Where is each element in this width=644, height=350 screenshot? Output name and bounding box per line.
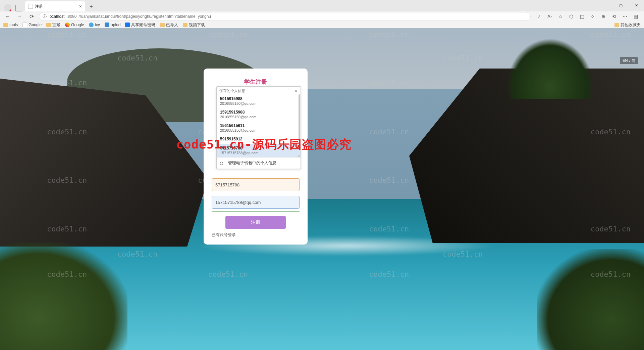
panel-icon[interactable]: ▤ xyxy=(633,13,639,19)
autofill-close-icon[interactable]: ✕ xyxy=(294,88,298,93)
autofill-manage-link[interactable]: 管理电子钱包中的个人信息 xyxy=(217,157,301,169)
site-info-icon[interactable]: ⓘ xyxy=(43,14,47,19)
bookmark-video[interactable]: 视频下载 xyxy=(183,22,205,28)
bookmark-imported[interactable]: 已导入 xyxy=(160,22,178,28)
bookmark-tools[interactable]: tools xyxy=(3,23,18,27)
bookmark-txy[interactable]: txy xyxy=(89,23,100,27)
back-button[interactable]: ← xyxy=(3,12,12,21)
autofill-item[interactable]: 15915915988 2016855150@qq.com xyxy=(217,108,301,121)
autofill-item-selected[interactable]: 5715715788 15715715788@qq.com xyxy=(217,144,301,157)
wallet-key-icon xyxy=(220,161,225,165)
menu-icon[interactable]: ⋯ xyxy=(622,13,628,19)
bookmark-shared[interactable]: 共享账号密码 xyxy=(125,22,155,28)
divider xyxy=(212,211,300,212)
login-link[interactable]: 已有账号登录 xyxy=(212,232,300,238)
profile-avatar-icon[interactable] xyxy=(4,4,11,11)
url-path: /ruanjiankaifatuandui/front/pages/yonghu… xyxy=(78,14,211,19)
autofill-dropdown: 保存的个人信息 ✕ 5915915988 2016855150@qq.com 1… xyxy=(216,86,301,169)
reader-icon[interactable]: ⤢ xyxy=(536,13,542,19)
card-title: 学生注册 xyxy=(212,78,300,86)
bookmarks-bar: tools Google 宝藏 Google txy uplod 共享账号密码 … xyxy=(0,21,644,28)
url-input[interactable]: ⓘ localhost:8080/ruanjiankaifatuandui/fr… xyxy=(39,12,531,21)
background-image xyxy=(0,28,644,350)
tab-close-icon[interactable]: × xyxy=(79,4,82,9)
bookmark-other[interactable]: 其他收藏夹 xyxy=(614,22,641,28)
email-field[interactable]: 15715715788@qq.com xyxy=(212,196,300,209)
sidebar-icon[interactable]: ◫ xyxy=(579,13,585,19)
address-bar: ← → ⟳ ⓘ localhost:8080/ruanjiankaifatuan… xyxy=(0,11,644,21)
autofill-header: 保存的个人信息 xyxy=(219,88,245,93)
cursor-icon: ↖ xyxy=(221,146,225,151)
favorite-icon[interactable]: ☆ xyxy=(557,13,564,19)
tab-title: 注册 xyxy=(35,4,43,9)
window-maximize-button[interactable]: ▢ xyxy=(613,0,629,11)
bookmark-google2[interactable]: Google xyxy=(65,23,84,27)
bookmark-google[interactable]: Google xyxy=(22,23,42,27)
text-size-icon[interactable]: A» xyxy=(547,13,553,19)
browser-chrome: 注册 × + — ▢ ✕ ← → ⟳ ⓘ localhost:8080/ruan… xyxy=(0,0,644,28)
browser-tab[interactable]: 注册 × xyxy=(25,1,85,11)
window-minimize-button[interactable]: — xyxy=(598,0,613,11)
url-host: localhost xyxy=(49,14,64,19)
page-content: code51.cn code51.cn code51.cn code51.cn … xyxy=(0,28,644,350)
new-tab-button[interactable]: + xyxy=(87,2,96,11)
url-port: :8080 xyxy=(66,14,76,19)
sync-icon[interactable]: ⟲ xyxy=(611,13,617,19)
autofill-item[interactable]: 5915915912 xyxy=(217,135,301,144)
refresh-button[interactable]: ⟳ xyxy=(27,12,36,21)
ime-indicator[interactable]: EN ♪ 简 xyxy=(620,57,638,64)
autofill-item[interactable]: 5915915988 2016855150@qq.com xyxy=(217,94,301,108)
phone-field[interactable]: 5715715788 xyxy=(212,178,300,191)
autofill-item[interactable]: 15615615611 2016855150@qq.com xyxy=(217,121,301,135)
bookmark-uplod[interactable]: uplod xyxy=(105,23,120,27)
tab-bar: 注册 × + — ▢ ✕ xyxy=(0,0,644,11)
extensions-icon[interactable]: ⬡ xyxy=(568,13,574,19)
bookmark-treasure[interactable]: 宝藏 xyxy=(46,22,60,28)
tab-favicon-icon xyxy=(28,4,33,9)
autofill-scrollbar[interactable]: ▴ ▾ xyxy=(298,94,300,157)
downloads-icon[interactable]: ⊕ xyxy=(600,13,606,19)
window-controls: — ▢ ✕ xyxy=(598,0,644,11)
window-close-button[interactable]: ✕ xyxy=(629,0,644,11)
register-button[interactable]: 注册 xyxy=(225,216,286,229)
autofill-list: 5915915988 2016855150@qq.com 15915915988… xyxy=(217,94,301,157)
workspace-icon[interactable] xyxy=(15,5,22,11)
collections-icon[interactable]: ✧ xyxy=(590,13,596,19)
forward-button[interactable]: → xyxy=(15,12,24,21)
